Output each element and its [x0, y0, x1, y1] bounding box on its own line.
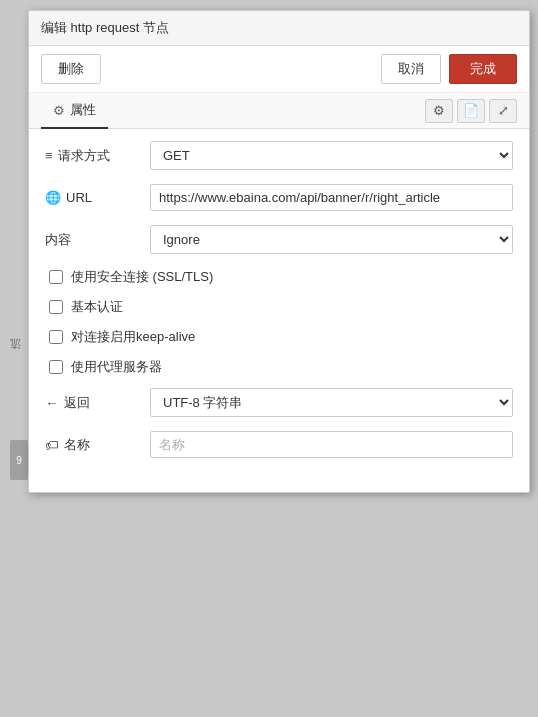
gear-tab-icon: ⚙ — [53, 103, 65, 118]
url-row: 🌐 URL — [45, 184, 513, 211]
return-label-container: ← 返回 — [45, 394, 150, 412]
request-method-row: ≡ 请求方式 GET POST PUT DELETE PATCH — [45, 141, 513, 170]
url-control — [150, 184, 513, 211]
name-row: 🏷 名称 — [45, 431, 513, 458]
basic-auth-label: 基本认证 — [71, 298, 123, 316]
tab-bar: ⚙ 属性 ⚙ 📄 ⤢ — [29, 93, 529, 129]
dialog-toolbar: 删除 取消 完成 — [29, 46, 529, 93]
proxy-checkbox[interactable] — [49, 360, 63, 374]
tab-toolbar-icons: ⚙ 📄 ⤢ — [425, 99, 517, 123]
expand-icon-button[interactable]: ⤢ — [489, 99, 517, 123]
side-bar-node: 9 — [10, 440, 28, 480]
proxy-checkbox-row: 使用代理服务器 — [45, 358, 513, 376]
name-control — [150, 431, 513, 458]
return-arrow-icon: ← — [45, 395, 59, 411]
url-label-container: 🌐 URL — [45, 190, 150, 205]
ssl-label: 使用安全连接 (SSL/TLS) — [71, 268, 213, 286]
cancel-button[interactable]: 取消 — [381, 54, 441, 84]
side-bar-number: 9 — [16, 455, 22, 466]
content-select[interactable]: Ignore JSON Buffer String — [150, 225, 513, 254]
form-body: ≡ 请求方式 GET POST PUT DELETE PATCH 🌐 URL — [29, 129, 529, 492]
name-input[interactable] — [150, 431, 513, 458]
ssl-checkbox[interactable] — [49, 270, 63, 284]
url-globe-icon: 🌐 — [45, 190, 61, 205]
content-label-container: 内容 — [45, 231, 150, 249]
return-row: ← 返回 UTF-8 字符串 二进制缓冲区 JSON 对象 — [45, 388, 513, 417]
return-select[interactable]: UTF-8 字符串 二进制缓冲区 JSON 对象 — [150, 388, 513, 417]
url-input[interactable] — [150, 184, 513, 211]
done-button[interactable]: 完成 — [449, 54, 517, 84]
keepalive-label: 对连接启用keep-alive — [71, 328, 195, 346]
request-method-label-container: ≡ 请求方式 — [45, 147, 150, 165]
keepalive-checkbox[interactable] — [49, 330, 63, 344]
settings-icon-button[interactable]: ⚙ — [425, 99, 453, 123]
ssl-checkbox-row: 使用安全连接 (SSL/TLS) — [45, 268, 513, 286]
request-method-label: 请求方式 — [58, 147, 110, 165]
flow-background: 流 — [0, 0, 30, 717]
tag-icon: 🏷 — [45, 437, 59, 453]
return-control: UTF-8 字符串 二进制缓冲区 JSON 对象 — [150, 388, 513, 417]
dialog-title-bar: 编辑 http request 节点 — [29, 11, 529, 46]
request-method-select[interactable]: GET POST PUT DELETE PATCH — [150, 141, 513, 170]
name-label-container: 🏷 名称 — [45, 436, 150, 454]
edit-dialog: 编辑 http request 节点 删除 取消 完成 ⚙ 属性 ⚙ 📄 ⤢ ≡… — [28, 10, 530, 493]
tab-properties-label: 属性 — [70, 101, 96, 119]
tab-properties[interactable]: ⚙ 属性 — [41, 93, 108, 129]
delete-button[interactable]: 删除 — [41, 54, 101, 84]
content-label: 内容 — [45, 231, 71, 249]
url-label: URL — [66, 190, 92, 205]
proxy-label: 使用代理服务器 — [71, 358, 162, 376]
keepalive-checkbox-row: 对连接启用keep-alive — [45, 328, 513, 346]
content-control: Ignore JSON Buffer String — [150, 225, 513, 254]
dialog-title: 编辑 http request 节点 — [41, 20, 169, 35]
name-label: 名称 — [64, 436, 90, 454]
toolbar-right: 取消 完成 — [381, 54, 517, 84]
content-row: 内容 Ignore JSON Buffer String — [45, 225, 513, 254]
request-method-control: GET POST PUT DELETE PATCH — [150, 141, 513, 170]
request-method-icon: ≡ — [45, 148, 53, 163]
basic-auth-checkbox[interactable] — [49, 300, 63, 314]
basic-auth-checkbox-row: 基本认证 — [45, 298, 513, 316]
doc-icon-button[interactable]: 📄 — [457, 99, 485, 123]
return-label: 返回 — [64, 394, 90, 412]
